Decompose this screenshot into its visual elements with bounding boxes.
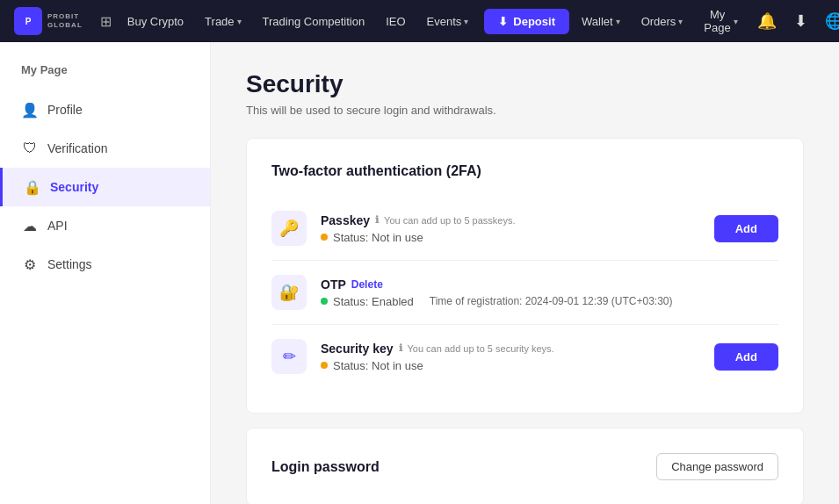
otp-icon-wrap: 🔐: [271, 275, 307, 310]
sidebar-item-label: API: [47, 219, 68, 233]
verification-icon: 🛡: [21, 140, 39, 157]
tfa-row-security-key: ✏ Security key ℹ You can add up to 5 sec…: [271, 325, 778, 388]
security-key-icon-wrap: ✏: [271, 339, 307, 374]
nav-trade[interactable]: Trade ▾: [196, 10, 250, 33]
nav-buy-crypto[interactable]: Buy Crypto: [119, 10, 192, 33]
login-password-card: Login password Change password: [246, 428, 804, 504]
security-key-status: Status: Not in use: [321, 359, 714, 372]
login-password-title: Login password: [271, 459, 380, 475]
logo[interactable]: P PROBIT GLOBAL: [14, 7, 83, 35]
passkey-icon: 🔑: [279, 219, 299, 238]
change-password-button[interactable]: Change password: [656, 453, 778, 480]
sidebar-item-security[interactable]: 🔒 Security: [0, 168, 210, 206]
tfa-row-otp: 🔐 OTP Delete Status: Enabled Time of reg…: [271, 261, 778, 325]
sidebar-item-label: Settings: [47, 257, 92, 271]
passkey-hint: You can add up to 5 passkeys.: [384, 215, 515, 226]
nav-ieo[interactable]: IEO: [377, 10, 414, 33]
otp-status: Status: Enabled Time of registration: 20…: [321, 295, 778, 308]
mypage-button[interactable]: My Page ▾: [695, 3, 746, 40]
otp-icon: 🔐: [279, 283, 299, 302]
sidebar-item-verification[interactable]: 🛡 Verification: [0, 129, 210, 168]
security-icon: 🔒: [24, 178, 41, 196]
otp-status-dot: [321, 298, 328, 305]
page-title: Security: [246, 70, 804, 98]
globe-icon[interactable]: 🌐: [818, 11, 839, 31]
tfa-card: Two-factor authentication (2FA) 🔑 Passke…: [246, 138, 804, 414]
security-key-add-button[interactable]: Add: [714, 343, 778, 371]
chevron-down-icon: ▾: [237, 17, 242, 26]
otp-info: OTP Delete Status: Enabled Time of regis…: [321, 277, 778, 308]
deposit-icon: ⬇: [498, 15, 508, 28]
security-key-name: Security key ℹ You can add up to 5 secur…: [321, 342, 714, 356]
otp-reg-time: Time of registration: 2024-09-01 12:39 (…: [430, 295, 673, 307]
page-subtitle: This will be used to secure login and wi…: [246, 104, 804, 117]
orders-button[interactable]: Orders ▾: [633, 10, 692, 33]
passkey-name: Passkey ℹ You can add up to 5 passkeys.: [321, 213, 714, 227]
bell-icon[interactable]: 🔔: [750, 11, 784, 31]
security-key-hint: You can add up to 5 security keys.: [408, 343, 554, 354]
top-navigation: P PROBIT GLOBAL ⊞ Buy Crypto Trade ▾ Tra…: [0, 0, 839, 42]
passkey-status-dot: [321, 234, 328, 241]
wallet-button[interactable]: Wallet ▾: [573, 10, 629, 33]
sidebar-section-title: My Page: [0, 63, 210, 90]
passkey-add-button[interactable]: Add: [714, 215, 778, 242]
deposit-button[interactable]: ⬇ Deposit: [484, 9, 569, 34]
security-key-icon: ✏: [283, 347, 296, 366]
profile-icon: 👤: [21, 101, 39, 119]
otp-delete-link[interactable]: Delete: [351, 278, 383, 291]
chevron-down-icon: ▾: [464, 17, 468, 26]
download-icon[interactable]: ⬇: [787, 11, 814, 31]
sidebar-item-label: Verification: [47, 141, 107, 155]
sidebar-item-profile[interactable]: 👤 Profile: [0, 90, 210, 129]
logo-icon: P: [14, 7, 42, 35]
api-icon: ☁: [21, 217, 39, 234]
passkey-status-label: Status: Not in use: [333, 231, 423, 244]
nav-events[interactable]: Events ▾: [418, 10, 478, 33]
logo-text: PROBIT GLOBAL: [47, 12, 83, 29]
security-key-status-label: Status: Not in use: [333, 359, 423, 372]
otp-status-label: Status: Enabled: [333, 295, 414, 308]
page-layout: My Page 👤 Profile 🛡 Verification 🔒 Secur…: [0, 42, 839, 504]
otp-name: OTP Delete: [321, 277, 778, 292]
chevron-down-icon: ▾: [734, 17, 738, 26]
passkey-status: Status: Not in use: [321, 231, 714, 244]
sidebar-item-api[interactable]: ☁ API: [0, 206, 210, 245]
sidebar-item-label: Security: [50, 180, 98, 194]
grid-icon[interactable]: ⊞: [97, 10, 115, 33]
chevron-down-icon: ▾: [616, 17, 620, 26]
tfa-card-title: Two-factor authentication (2FA): [271, 163, 778, 179]
chevron-down-icon: ▾: [678, 17, 683, 26]
nav-trading-competition[interactable]: Trading Competition: [254, 10, 374, 33]
passkey-info-icon[interactable]: ℹ: [375, 214, 379, 226]
security-key-status-dot: [321, 362, 328, 369]
passkey-info: Passkey ℹ You can add up to 5 passkeys. …: [321, 213, 714, 244]
tfa-row-passkey: 🔑 Passkey ℹ You can add up to 5 passkeys…: [271, 197, 778, 261]
security-key-info-icon[interactable]: ℹ: [399, 342, 402, 354]
settings-icon: ⚙: [21, 256, 39, 273]
sidebar: My Page 👤 Profile 🛡 Verification 🔒 Secur…: [0, 42, 211, 504]
main-content: Security This will be used to secure log…: [211, 42, 839, 504]
sidebar-item-label: Profile: [47, 103, 83, 117]
passkey-icon-wrap: 🔑: [271, 211, 307, 246]
security-key-info: Security key ℹ You can add up to 5 secur…: [321, 342, 714, 372]
sidebar-item-settings[interactable]: ⚙ Settings: [0, 245, 210, 284]
